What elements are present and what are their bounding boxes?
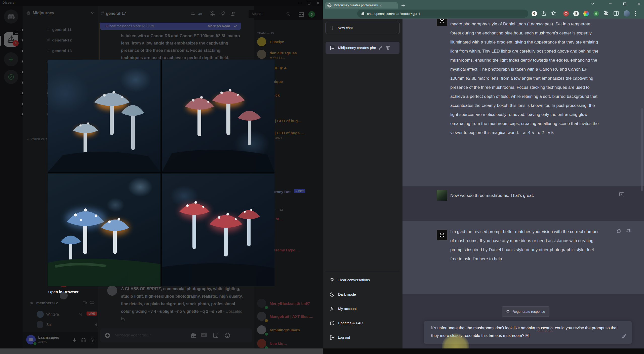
side-panel-icon[interactable] [614, 11, 619, 16]
menu-dark-mode[interactable]: Dark mode [326, 288, 399, 300]
thumbs-up-icon[interactable] [617, 228, 622, 233]
send-icon[interactable] [621, 334, 626, 339]
sidebar-divider [326, 271, 399, 271]
url-text: chat.openai.com/chat?model=gpt-4 [367, 12, 420, 16]
share-icon[interactable] [541, 11, 546, 16]
browser-tab[interactable]: Midjourney creates photorealisti [325, 2, 398, 9]
open-in-browser-link[interactable]: Open in Browser [48, 290, 78, 294]
new-chat-button[interactable]: New chat [326, 22, 399, 34]
user-message-row: Now we see three mushrooms. That's great… [403, 186, 644, 221]
grid-image-bottom-right [162, 173, 274, 286]
assistant-message-row: macro photography style of Daniel Laan (… [403, 19, 644, 186]
chat-bubble-icon [330, 46, 335, 50]
plus-icon [330, 26, 334, 30]
menu-log-out[interactable]: Log out [326, 331, 399, 343]
grid-image-bottom-left [48, 173, 160, 286]
extension-icon[interactable] [563, 11, 569, 16]
openai-logo-icon [439, 232, 445, 238]
screenshot-root: Discord 3 [0, 0, 644, 354]
menu-my-account[interactable]: My account [326, 303, 399, 315]
edit-message-icon[interactable] [619, 192, 624, 197]
desktop-strip [0, 348, 323, 354]
chatgpt-favicon [327, 3, 332, 8]
text-caret [529, 333, 529, 338]
browser-close-button[interactable] [635, 2, 642, 6]
misspelled-word: muscaria [536, 326, 553, 330]
edit-pencil-icon[interactable] [379, 46, 383, 50]
chatgpt-avatar [437, 230, 447, 240]
tab-title: Midjourney creates photorealisti [334, 4, 378, 7]
desktop-strip [323, 348, 644, 354]
menu-clear-conversations[interactable]: Clear conversations [326, 274, 399, 286]
refresh-icon [506, 310, 510, 314]
trash-icon [330, 278, 334, 282]
lock-icon [361, 12, 365, 16]
profile-avatar[interactable] [624, 10, 630, 17]
browser-minimize-button[interactable] [607, 2, 614, 6]
user-icon [330, 306, 335, 311]
grid-image-top-right [162, 60, 274, 172]
chatgpt-sidebar: New chat Midjourney creates pho Clear co… [323, 19, 403, 348]
openai-logo-icon [439, 19, 445, 24]
assistant-message-text: I'm glad the revised prompt better match… [450, 227, 599, 263]
midjourney-image-grid[interactable] [48, 60, 274, 286]
discord-window: Discord 3 [0, 0, 323, 348]
browser-menu-kebab-icon[interactable] [635, 11, 636, 16]
external-link-icon [330, 321, 334, 325]
scrollbar-thumb[interactable] [641, 108, 643, 191]
browser-maximize-button[interactable] [621, 2, 628, 6]
extension-icon[interactable] [583, 11, 589, 16]
extension-icon[interactable]: S [573, 11, 579, 16]
menu-updates-faq[interactable]: Updates & FAQ [326, 317, 399, 329]
trash-icon[interactable] [386, 46, 390, 50]
bookmark-star-icon[interactable] [551, 11, 556, 16]
conversation-title: Midjourney creates pho [338, 46, 376, 50]
grid-image-top-left [48, 60, 160, 172]
chatgpt-avatar [437, 19, 447, 26]
assistant-message-text: macro photography style of Daniel Laan (… [450, 20, 599, 137]
tab-close-icon[interactable] [380, 4, 382, 7]
conversation-item[interactable]: Midjourney creates pho [326, 42, 399, 54]
extensions-puzzle-icon[interactable] [603, 11, 609, 16]
chatgpt-page: New chat Midjourney creates pho Clear co… [323, 19, 644, 348]
new-tab-button[interactable] [401, 4, 405, 7]
user-avatar [437, 190, 447, 201]
browser-window: Midjourney creates photorealisti chat.op… [323, 0, 644, 348]
assistant-message-row: I'm glad the revised prompt better match… [403, 221, 644, 294]
moon-icon [330, 292, 335, 297]
window-menu-chevron-icon[interactable] [591, 3, 594, 5]
google-icon[interactable]: G [532, 11, 537, 16]
regenerate-response-button[interactable]: Regenerate response [502, 306, 549, 317]
user-message-text: Now we see three mushrooms. That's great… [450, 191, 599, 200]
url-bar[interactable]: chat.openai.com/chat?model=gpt-4 [357, 10, 528, 18]
logout-icon [330, 335, 334, 340]
extension-icon[interactable] [593, 11, 599, 16]
thumbs-down-icon[interactable] [626, 229, 631, 234]
